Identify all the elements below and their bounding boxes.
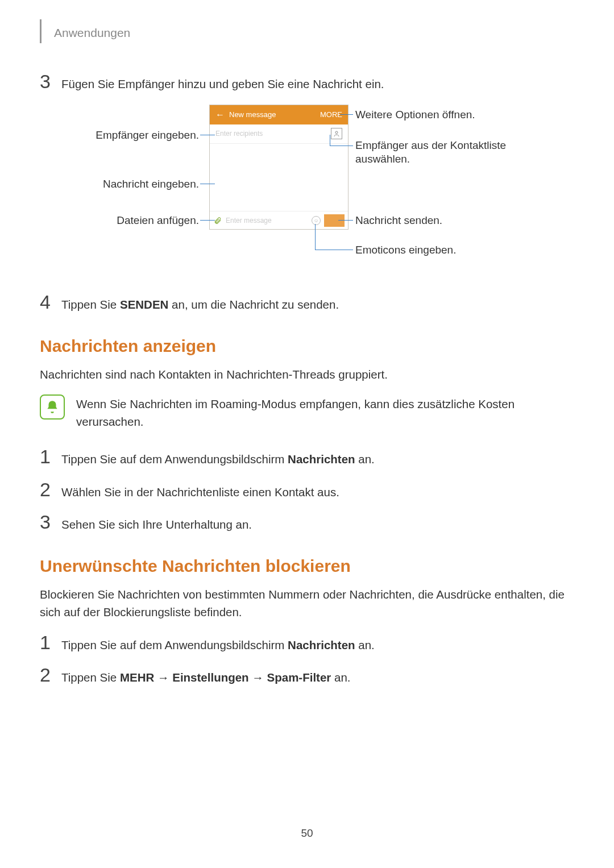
section1-step-2: 2 Wählen Sie in der Nachrichtenliste ein…	[40, 480, 574, 501]
step-text: Tippen Sie MEHR → Einstellungen → Spam-F…	[61, 669, 351, 687]
page-number: 50	[0, 827, 614, 840]
recipient-placeholder[interactable]: Enter recipients	[215, 130, 263, 138]
step-text: Tippen Sie auf dem Anwendungsbildschirm …	[61, 637, 375, 654]
step-3: 3 Fügen Sie Empfänger hinzu und geben Si…	[40, 72, 574, 93]
step-text: Fügen Sie Empfänger hinzu und geben Sie …	[61, 76, 384, 93]
header-divider	[40, 19, 42, 43]
section-intro: Blockieren Sie Nachrichten von bestimmte…	[40, 586, 574, 621]
phone-mockup: ← New message MORE Enter recipients Ente…	[209, 105, 349, 230]
step-4: 4 Tippen Sie SENDEN an, um die Nachricht…	[40, 292, 574, 314]
step-text: Sehen Sie sich Ihre Unterhaltung an.	[61, 516, 252, 534]
message-placeholder[interactable]: Enter message	[226, 217, 308, 225]
step-number: 3	[40, 512, 61, 531]
back-icon[interactable]: ←	[215, 110, 225, 120]
send-button[interactable]	[324, 214, 345, 227]
step-number: 1	[40, 447, 61, 466]
callout-more-options: Weitere Optionen öffnen.	[355, 108, 475, 122]
callout-contacts: Empfänger aus der Kontaktliste auswählen…	[355, 139, 537, 167]
step-number: 3	[40, 72, 61, 91]
callout-recipient: Empfänger eingeben.	[45, 128, 199, 143]
section-title-block-messages: Unerwünschte Nachrichten blockieren	[40, 556, 574, 576]
leader-line	[330, 146, 353, 146]
contacts-icon[interactable]	[331, 128, 342, 139]
recipient-row: Enter recipients	[210, 124, 348, 144]
section1-step-3: 3 Sehen Sie sich Ihre Unterhaltung an.	[40, 512, 574, 534]
attach-icon[interactable]	[213, 216, 222, 225]
step-number: 2	[40, 665, 61, 684]
leader-line	[315, 250, 353, 250]
compose-row: Enter message ☺	[210, 211, 348, 230]
message-compose-diagram: ← New message MORE Enter recipients Ente…	[45, 105, 569, 269]
note-text: Wenn Sie Nachrichten im Roaming-Modus em…	[76, 394, 574, 431]
more-button[interactable]: MORE	[320, 110, 342, 119]
callout-message: Nachricht eingeben.	[45, 177, 199, 192]
callout-attach: Dateien anfügen.	[45, 214, 199, 228]
step-number: 1	[40, 633, 61, 652]
leader-line	[315, 224, 316, 250]
section2-step-1: 1 Tippen Sie auf dem Anwendungsbildschir…	[40, 633, 574, 654]
leader-line	[200, 184, 215, 184]
svg-point-0	[335, 131, 338, 134]
step-text: Wählen Sie in der Nachrichtenliste einen…	[61, 484, 339, 501]
leader-line	[200, 220, 215, 221]
section1-step-1: 1 Tippen Sie auf dem Anwendungsbildschir…	[40, 447, 574, 468]
leader-line	[340, 114, 353, 115]
note-roaming: Wenn Sie Nachrichten im Roaming-Modus em…	[40, 394, 574, 431]
emoticon-icon[interactable]: ☺	[312, 216, 321, 225]
phone-titlebar: ← New message MORE	[210, 105, 348, 124]
step-text: Tippen Sie auf dem Anwendungsbildschirm …	[61, 451, 375, 468]
section2-step-2: 2 Tippen Sie MEHR → Einstellungen → Spam…	[40, 665, 574, 687]
section-intro: Nachrichten sind nach Kontakten in Nachr…	[40, 366, 574, 384]
step-number: 2	[40, 480, 61, 499]
leader-line	[338, 220, 353, 221]
section-title-view-messages: Nachrichten anzeigen	[40, 337, 574, 356]
message-body-area[interactable]	[210, 144, 348, 211]
callout-emoticons: Emoticons eingeben.	[355, 243, 456, 258]
leader-line	[200, 135, 215, 135]
header-title: Anwendungen	[54, 26, 130, 40]
leader-line	[330, 135, 330, 146]
step-number: 4	[40, 292, 61, 312]
callout-send: Nachricht senden.	[355, 214, 442, 228]
step-text: Tippen Sie SENDEN an, um die Nachricht z…	[61, 296, 339, 314]
manual-page: Anwendungen 3 Fügen Sie Empfänger hinzu …	[0, 0, 614, 687]
bell-icon	[40, 394, 65, 420]
page-header: Anwendungen	[40, 23, 574, 43]
phone-title: New message	[229, 110, 276, 119]
